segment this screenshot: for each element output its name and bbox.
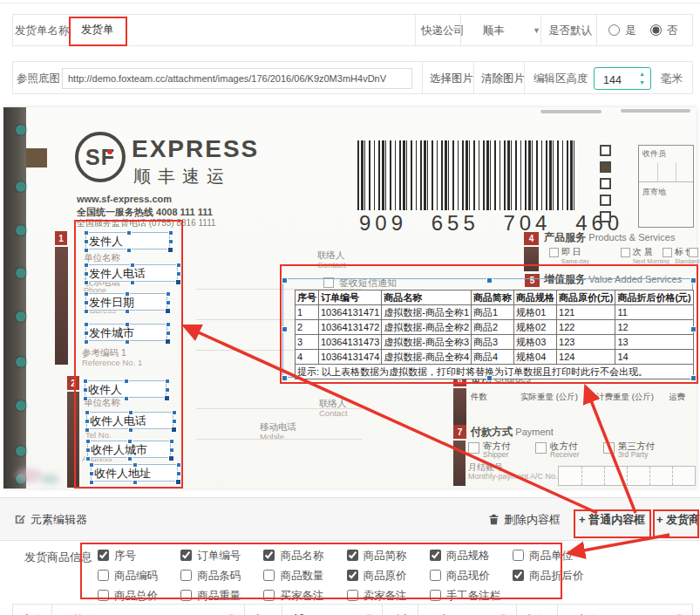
template-field-6[interactable]: 收件人电话 xyxy=(86,412,173,429)
align-select[interactable]: 居中▼ xyxy=(418,605,516,615)
resize-handle[interactable] xyxy=(165,387,170,393)
template-field-1[interactable]: 发件人 xyxy=(85,232,170,249)
resize-handle[interactable] xyxy=(84,291,89,297)
resize-handle[interactable] xyxy=(169,448,174,453)
resize-handle[interactable] xyxy=(168,455,174,461)
resize-handle[interactable] xyxy=(486,375,493,381)
resize-handle[interactable] xyxy=(165,379,170,384)
template-field-2[interactable]: 发件人电话 xyxy=(85,264,178,282)
goods-info-checkbox-商品数量[interactable] xyxy=(263,570,275,581)
resize-handle[interactable] xyxy=(176,263,181,268)
resize-handle[interactable] xyxy=(84,309,89,314)
resize-handle[interactable] xyxy=(130,263,135,268)
resize-handle[interactable] xyxy=(127,456,133,461)
goods-info-checkbox-商品单位[interactable] xyxy=(513,550,524,561)
resize-handle[interactable] xyxy=(165,308,171,314)
template-field-8[interactable]: 收件人地址 xyxy=(91,464,178,482)
radio-no[interactable] xyxy=(650,24,662,36)
goods-info-checkbox-买家备注[interactable] xyxy=(263,590,275,601)
resize-handle[interactable] xyxy=(128,410,133,415)
goods-info-checkbox-商品简称[interactable] xyxy=(347,550,358,561)
resize-handle[interactable] xyxy=(175,479,181,485)
select-image-button[interactable]: 选择图片 xyxy=(430,73,473,85)
goods-info-checkbox-商品编码[interactable] xyxy=(98,570,109,581)
resize-handle[interactable] xyxy=(168,230,173,236)
template-field-7[interactable]: 收件人城市 xyxy=(87,441,171,458)
font-select[interactable]: 微软雅黑▼ xyxy=(52,605,244,615)
resize-handle[interactable] xyxy=(169,439,174,444)
goods-info-checkbox-商品折后价[interactable] xyxy=(513,570,524,581)
bold-select[interactable]: 不加粗▼ xyxy=(558,605,692,615)
order-name-input[interactable] xyxy=(81,24,395,36)
add-normal-box-button[interactable]: + 普通内容框 xyxy=(579,513,645,527)
template-field-4[interactable]: 发件城市 xyxy=(85,324,167,341)
resize-handle[interactable] xyxy=(84,300,89,305)
resize-handle[interactable] xyxy=(84,280,89,285)
resize-handle[interactable] xyxy=(85,456,91,461)
resize-handle[interactable] xyxy=(133,480,138,485)
base-image-url-input[interactable] xyxy=(62,68,412,89)
resize-handle[interactable] xyxy=(690,326,697,332)
goods-info-checkbox-商品规格[interactable] xyxy=(430,550,441,561)
resize-handle[interactable] xyxy=(89,471,94,476)
goods-info-checkbox-商品总价[interactable] xyxy=(98,590,109,601)
resize-handle[interactable] xyxy=(85,410,90,415)
resize-handle[interactable] xyxy=(125,322,130,327)
resize-handle[interactable] xyxy=(166,322,171,327)
resize-handle[interactable] xyxy=(167,247,173,253)
resize-handle[interactable] xyxy=(690,277,697,284)
resize-handle[interactable] xyxy=(282,375,288,381)
goods-info-checkbox-手工备注栏[interactable] xyxy=(430,590,441,601)
resize-handle[interactable] xyxy=(125,339,130,345)
resize-handle[interactable] xyxy=(84,339,89,345)
edit-height-stepper[interactable]: 144 ▲▼ xyxy=(594,67,651,90)
resize-handle[interactable] xyxy=(85,419,90,424)
resize-handle[interactable] xyxy=(84,239,89,244)
template-field-3[interactable]: 发件日期 xyxy=(85,293,167,311)
resize-handle[interactable] xyxy=(84,331,89,336)
resize-handle[interactable] xyxy=(176,462,181,468)
resize-handle[interactable] xyxy=(85,427,90,433)
goods-info-checkbox-卖家备注[interactable] xyxy=(347,590,358,601)
goods-info-checkbox-商品原价[interactable] xyxy=(347,570,358,581)
resize-handle[interactable] xyxy=(127,439,133,444)
resize-handle[interactable] xyxy=(282,277,288,284)
resize-handle[interactable] xyxy=(166,291,171,297)
courier-select[interactable]: 顺丰 xyxy=(483,25,505,37)
resize-handle[interactable] xyxy=(83,379,88,384)
resize-handle[interactable] xyxy=(171,427,177,433)
resize-handle[interactable] xyxy=(133,462,138,468)
resize-handle[interactable] xyxy=(282,326,288,332)
resize-handle[interactable] xyxy=(85,448,91,453)
resize-handle[interactable] xyxy=(166,331,171,336)
resize-handle[interactable] xyxy=(172,419,177,424)
resize-handle[interactable] xyxy=(85,439,91,444)
template-field-5[interactable]: 收件人 xyxy=(85,380,167,398)
stepper-arrows-icon[interactable]: ▲▼ xyxy=(639,70,645,87)
resize-handle[interactable] xyxy=(89,480,94,485)
resize-handle[interactable] xyxy=(168,239,173,244)
resize-handle[interactable] xyxy=(128,427,133,433)
edit-height-value[interactable]: 144 xyxy=(603,74,622,86)
resize-handle[interactable] xyxy=(176,271,181,277)
chevron-down-icon[interactable]: ▼ xyxy=(533,27,540,35)
resize-handle[interactable] xyxy=(175,279,181,285)
resize-handle[interactable] xyxy=(165,338,171,345)
resize-handle[interactable] xyxy=(84,248,89,253)
resize-handle[interactable] xyxy=(126,248,132,253)
resize-handle[interactable] xyxy=(172,410,177,415)
goods-info-checkbox-商品重量[interactable] xyxy=(180,590,192,601)
goods-table[interactable]: 序号订单编号商品名称商品简称商品规格商品原价(元)商品折后价格(元)110364… xyxy=(295,290,694,379)
resize-handle[interactable] xyxy=(124,396,129,401)
goods-info-checkbox-商品名称[interactable] xyxy=(263,550,275,561)
add-goods-list-button[interactable]: + 发货商品列表 xyxy=(656,513,700,527)
resize-handle[interactable] xyxy=(166,300,171,305)
resize-handle[interactable] xyxy=(89,462,94,468)
delete-content-box-button[interactable]: 删除内容框 xyxy=(488,513,561,527)
resize-handle[interactable] xyxy=(84,230,89,236)
resize-handle[interactable] xyxy=(176,471,181,476)
resize-handle[interactable] xyxy=(83,396,88,401)
radio-yes[interactable] xyxy=(608,24,620,36)
size-select[interactable]: 12▼ xyxy=(282,605,382,615)
resize-handle[interactable] xyxy=(130,280,135,285)
